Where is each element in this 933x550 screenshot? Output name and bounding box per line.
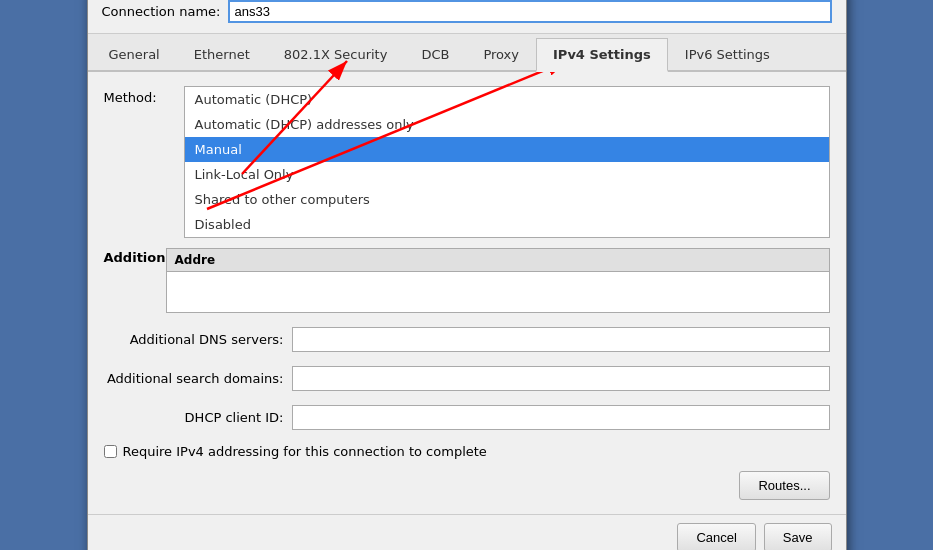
addresses-section: Addre bbox=[166, 248, 830, 313]
bottom-buttons: Cancel Save bbox=[88, 514, 846, 550]
tab-security[interactable]: 802.1X Security bbox=[267, 38, 405, 70]
method-label: Method: bbox=[104, 86, 174, 105]
routes-row: Routes... bbox=[104, 471, 830, 500]
method-row: Method: Automatic (DHCP) Automatic (DHCP… bbox=[104, 86, 830, 238]
tab-dcb[interactable]: DCB bbox=[404, 38, 466, 70]
tab-ethernet[interactable]: Ethernet bbox=[177, 38, 267, 70]
additional-row: Addition Addre bbox=[104, 248, 830, 313]
tab-ipv6[interactable]: IPv6 Settings bbox=[668, 38, 787, 70]
option-dhcp-addr-only[interactable]: Automatic (DHCP) addresses only bbox=[185, 112, 829, 137]
dns-servers-label: Additional DNS servers: bbox=[104, 332, 284, 347]
ipv4-required-row: Require IPv4 addressing for this connect… bbox=[104, 444, 830, 459]
search-domains-label: Additional search domains: bbox=[104, 371, 284, 386]
dhcp-client-id-row: DHCP client ID: bbox=[104, 405, 830, 430]
option-dhcp[interactable]: Automatic (DHCP) bbox=[185, 87, 829, 112]
search-domains-row: Additional search domains: bbox=[104, 366, 830, 391]
addresses-header: Addre bbox=[167, 249, 829, 272]
dns-servers-row: Additional DNS servers: bbox=[104, 327, 830, 352]
tab-general[interactable]: General bbox=[92, 38, 177, 70]
option-disabled[interactable]: Disabled bbox=[185, 212, 829, 237]
tab-proxy[interactable]: Proxy bbox=[466, 38, 536, 70]
dns-servers-input[interactable] bbox=[292, 327, 830, 352]
addresses-empty bbox=[167, 272, 829, 312]
option-shared[interactable]: Shared to other computers bbox=[185, 187, 829, 212]
dropdown-options-list: Automatic (DHCP) Automatic (DHCP) addres… bbox=[185, 87, 829, 237]
option-link-local[interactable]: Link-Local Only bbox=[185, 162, 829, 187]
ipv4-required-label: Require IPv4 addressing for this connect… bbox=[123, 444, 487, 459]
cancel-button[interactable]: Cancel bbox=[677, 523, 755, 550]
dhcp-client-id-label: DHCP client ID: bbox=[104, 410, 284, 425]
search-domains-input[interactable] bbox=[292, 366, 830, 391]
additional-label: Addition bbox=[104, 248, 166, 265]
method-dropdown[interactable]: Automatic (DHCP) Automatic (DHCP) addres… bbox=[184, 86, 830, 238]
addresses-table: Addre bbox=[166, 248, 830, 313]
ipv4-required-checkbox[interactable] bbox=[104, 445, 117, 458]
connection-name-input[interactable] bbox=[228, 0, 831, 23]
dhcp-client-id-input[interactable] bbox=[292, 405, 830, 430]
routes-button[interactable]: Routes... bbox=[739, 471, 829, 500]
connection-name-label: Connection name: bbox=[102, 4, 221, 19]
tab-ipv4[interactable]: IPv4 Settings bbox=[536, 38, 668, 72]
save-button[interactable]: Save bbox=[764, 523, 832, 550]
option-manual[interactable]: Manual bbox=[185, 137, 829, 162]
address-column-header: Addre bbox=[167, 249, 829, 271]
tabs-row: General Ethernet 802.1X Security DCB Pro… bbox=[88, 34, 846, 72]
ipv4-tab-content: Method: Automatic (DHCP) Automatic (DHCP… bbox=[88, 72, 846, 514]
